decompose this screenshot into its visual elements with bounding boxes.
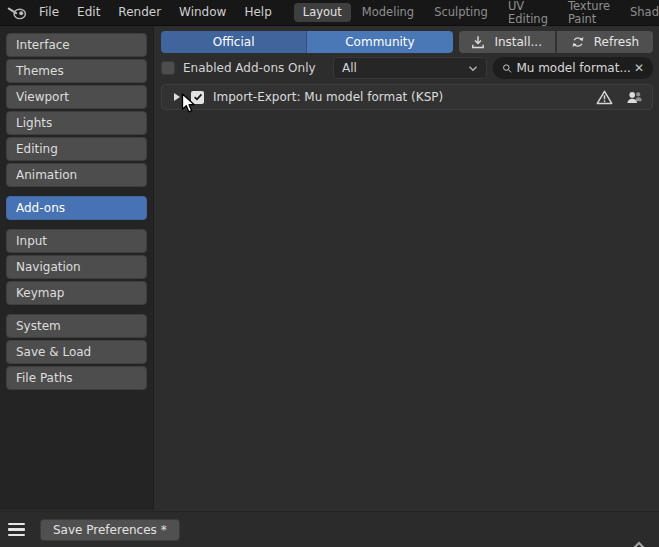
sidebar-item-viewport[interactable]: Viewport xyxy=(6,85,147,109)
chevron-up-icon[interactable] xyxy=(631,539,647,547)
addon-row-mu-model-format[interactable]: Import-Export: Mu model format (KSP) xyxy=(161,84,653,110)
tab-uv-editing[interactable]: UV Editing xyxy=(499,0,557,29)
tab-layout[interactable]: Layout xyxy=(294,3,351,22)
sidebar-item-input[interactable]: Input xyxy=(6,229,147,253)
tab-modeling[interactable]: Modeling xyxy=(353,3,423,22)
save-preferences-button[interactable]: Save Preferences * xyxy=(40,519,180,541)
blender-preferences-window: { "topbar": { "menus": ["File", "Edit", … xyxy=(0,0,659,547)
close-icon[interactable]: ✕ xyxy=(634,62,644,74)
search-icon xyxy=(502,62,512,75)
download-icon xyxy=(471,35,485,49)
filter-official-button[interactable]: Official xyxy=(161,31,307,53)
addon-status-icons xyxy=(596,90,643,105)
sidebar-item-addons[interactable]: Add-ons xyxy=(6,196,147,220)
sidebar-group-input: Input Navigation Keymap xyxy=(0,229,153,305)
install-button[interactable]: Install... xyxy=(459,31,555,53)
enabled-only-checkbox[interactable] xyxy=(161,61,175,75)
refresh-icon xyxy=(571,35,585,49)
install-label: Install... xyxy=(494,35,542,49)
sidebar-item-lights[interactable]: Lights xyxy=(6,111,147,135)
warning-icon xyxy=(596,90,613,105)
chevron-down-icon xyxy=(468,65,478,72)
sidebar-item-keymap[interactable]: Keymap xyxy=(6,281,147,305)
tab-shading[interactable]: Shading xyxy=(621,3,659,22)
addon-actions-group: Install... Refresh xyxy=(459,31,653,53)
sidebar-item-system[interactable]: System xyxy=(6,314,147,338)
sidebar-item-editing[interactable]: Editing xyxy=(6,137,147,161)
sidebar-item-interface[interactable]: Interface xyxy=(6,33,147,57)
sidebar-group-addons: Add-ons xyxy=(0,196,153,220)
community-support-icon xyxy=(626,90,643,105)
hamburger-icon[interactable] xyxy=(6,520,30,540)
filter-community-button[interactable]: Community xyxy=(307,31,452,53)
sidebar-item-themes[interactable]: Themes xyxy=(6,59,147,83)
blender-logo-icon[interactable] xyxy=(7,5,27,21)
support-level-segment: Official Community xyxy=(161,31,453,53)
sidebar-item-save-load[interactable]: Save & Load xyxy=(6,340,147,364)
menu-edit[interactable]: Edit xyxy=(68,0,109,25)
sidebar-item-navigation[interactable]: Navigation xyxy=(6,255,147,279)
preferences-sidebar: Interface Themes Viewport Lights Editing… xyxy=(0,26,154,510)
addon-title: Import-Export: Mu model format (KSP) xyxy=(213,90,443,104)
tab-texture-paint[interactable]: Texture Paint xyxy=(559,0,619,29)
sidebar-item-file-paths[interactable]: File Paths xyxy=(6,366,147,390)
topbar: File Edit Render Window Help Layout Mode… xyxy=(0,0,659,26)
sidebar-item-animation[interactable]: Animation xyxy=(6,163,147,187)
search-input[interactable] xyxy=(516,61,630,75)
addons-page: Official Community Install... xyxy=(154,26,659,510)
workspace-tabs: Layout Modeling Sculpting UV Editing Tex… xyxy=(294,0,659,29)
preferences-footer: Save Preferences * xyxy=(0,511,659,547)
sidebar-group-ui: Interface Themes Viewport Lights Editing… xyxy=(0,33,153,187)
category-dropdown-value: All xyxy=(342,61,357,75)
category-dropdown[interactable]: All xyxy=(333,57,487,79)
sidebar-group-system: System Save & Load File Paths xyxy=(0,314,153,390)
menu-window[interactable]: Window xyxy=(170,0,235,25)
addons-search-row: Enabled Add-ons Only All ✕ xyxy=(161,57,653,79)
enabled-only-label: Enabled Add-ons Only xyxy=(183,61,316,75)
mouse-cursor xyxy=(181,93,197,115)
expand-arrow-icon[interactable] xyxy=(174,93,180,101)
refresh-button[interactable]: Refresh xyxy=(555,31,653,53)
tab-sculpting[interactable]: Sculpting xyxy=(425,3,497,22)
menu-file[interactable]: File xyxy=(30,0,68,25)
refresh-label: Refresh xyxy=(594,35,639,49)
addons-filter-row: Official Community Install... xyxy=(161,31,653,53)
preferences-body: Interface Themes Viewport Lights Editing… xyxy=(0,26,659,510)
enabled-only-control: Enabled Add-ons Only xyxy=(161,61,333,75)
menu-help[interactable]: Help xyxy=(235,0,280,25)
addon-search-field[interactable]: ✕ xyxy=(493,57,653,79)
menu-render[interactable]: Render xyxy=(109,0,170,25)
